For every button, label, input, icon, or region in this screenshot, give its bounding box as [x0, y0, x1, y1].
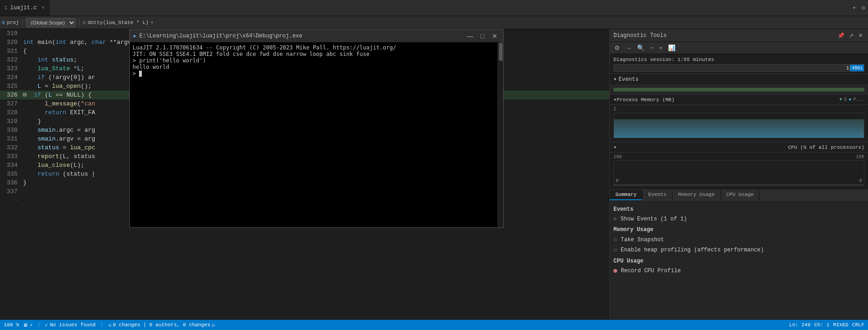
cpu-chart-area: 100 100 0 0	[610, 153, 868, 190]
terminal-scrollbar[interactable]	[498, 43, 503, 227]
diagnostic-tabs: Summary Events Memory Usage CPU Usage	[610, 190, 868, 201]
diag-zoom-out-btn[interactable]: −	[648, 44, 656, 51]
heap-profiling-icon: ⊡	[613, 246, 617, 254]
summary-memory-title: Memory Usage	[613, 226, 864, 233]
cpu-chevron-icon	[613, 144, 617, 150]
tab-dropdown-btn[interactable]: ▾	[850, 4, 859, 12]
tab-label: luajit.c	[10, 5, 37, 11]
file-breadcrumb: ⊞ proj	[2, 19, 19, 25]
terminal-maximize-btn[interactable]: □	[479, 33, 486, 39]
tab-close-btn[interactable]: ×	[42, 5, 45, 11]
terminal-controls: — □ ✕	[465, 33, 499, 39]
filter-s-icon: ▼	[839, 97, 842, 102]
process-memory-chart: 0	[613, 113, 864, 138]
cpu-min-left: 0	[616, 178, 619, 183]
cpu-bottom-labels: 0 0	[614, 178, 864, 183]
status-issues[interactable]: ✓ No issues found	[45, 322, 96, 328]
filter-p-label: P...	[853, 97, 864, 102]
summary-heap-profiling-row[interactable]: ⊡ Enable heap profiling (affects perform…	[613, 245, 864, 255]
file-dropdown-arrow[interactable]: ▾	[151, 19, 154, 25]
terminal-line: > print('hello world')	[133, 57, 495, 64]
show-events-arrow-icon: »	[613, 216, 617, 222]
status-ln: Ln: 249	[789, 322, 810, 328]
mem-max-label: 2	[613, 107, 616, 112]
process-memory-chart-area: 2 0	[610, 105, 868, 142]
snapshot-icon: ⊡	[613, 236, 617, 244]
ln-label: Ln: 249	[789, 322, 810, 328]
tab-luajit[interactable]: C luajit.c ×	[0, 0, 49, 16]
cpu-max-right: 100	[856, 154, 864, 159]
cpu-chart-labels: 100 100	[613, 154, 864, 159]
terminal-body[interactable]: LuaJIT 2.1.1707061634 -- Copyright (C) 2…	[130, 43, 498, 227]
terminal-line: LuaJIT 2.1.1707061634 -- Copyright (C) 2…	[133, 44, 495, 51]
file-path-label: dotty(lua_State * L)	[88, 20, 149, 25]
terminal-minimize-btn[interactable]: —	[465, 33, 475, 39]
session-label: Diagnostics session: 1:55 minutes	[613, 57, 714, 62]
events-chevron-icon	[613, 76, 617, 83]
terminal-close-btn[interactable]: ✕	[490, 33, 499, 39]
tab-summary[interactable]: Summary	[610, 190, 643, 200]
check-icon: ✓	[45, 322, 48, 328]
mem-chart-bottom: 0	[861, 132, 863, 137]
terminal-title: E:\Learning\luajit\luajit\proj\x64\Debug…	[140, 33, 462, 39]
diag-arrow-btn[interactable]: →	[624, 44, 633, 51]
summary-content: Events » Show Events (1 of 1) Memory Usa…	[610, 201, 868, 320]
diag-settings-btn[interactable]: ⚙	[613, 44, 622, 51]
events-bar	[610, 85, 868, 95]
tab-settings-btn[interactable]: ⚙	[859, 4, 868, 12]
main-content: 319 320 int main(int argc, char **argv) …	[0, 29, 868, 320]
diag-move-btn[interactable]: ↗	[848, 32, 855, 39]
toolbar-row: ⊞ proj (Global Scope) ⊡ dotty(lua_State …	[0, 16, 868, 29]
process-memory-filter[interactable]: ▼ S ● P...	[839, 97, 864, 102]
events-section-label: Events	[619, 76, 638, 83]
heap-profiling-label: Enable heap profiling (affects performan…	[621, 247, 764, 253]
take-snapshot-label: Take Snapshot	[621, 237, 664, 243]
encoding-label: MIXED	[833, 322, 849, 328]
cpu-section-label: CPU (% of all processors)	[788, 145, 864, 150]
diag-search-btn[interactable]: 🔍	[635, 44, 646, 51]
diag-chart-btn[interactable]: 📊	[666, 44, 677, 51]
status-changes[interactable]: ◁ 0 changes | 0 authors, 0 changes ▷	[108, 322, 215, 328]
summary-show-events-row[interactable]: » Show Events (1 of 1)	[613, 214, 864, 224]
summary-cpu-title: CPU Usage	[613, 258, 864, 264]
cpu-min-right: 0	[859, 178, 862, 183]
arrow-changes-right-icon: ▷	[212, 322, 215, 328]
file-icon: C	[5, 6, 7, 11]
changes-label: 0 changes | 0 authors, 0 changes	[113, 322, 210, 328]
editor-area: 319 320 int main(int argc, char **argv) …	[0, 29, 609, 320]
terminal-line: hello world	[133, 64, 495, 70]
process-memory-chevron-icon	[613, 97, 617, 103]
status-eol[interactable]: CRLF	[852, 322, 864, 328]
terminal-prompt: >	[133, 70, 495, 77]
tab-events[interactable]: Events	[643, 190, 673, 200]
diagnostic-toolbar: ⚙ → 🔍 − + 📊	[610, 42, 868, 54]
diagnostic-timeline[interactable]: 1:40mi	[613, 64, 864, 72]
status-zoom: 100 %	[4, 322, 19, 328]
timeline-time: 1:40mi	[846, 65, 863, 72]
filter-p-icon: ●	[849, 97, 851, 102]
diagnostic-title: Diagnostic Tools	[613, 32, 834, 39]
cpu-chart-fill	[614, 184, 864, 185]
monitor-icon: 🖥	[23, 322, 28, 328]
scope-dropdown[interactable]: (Global Scope)	[26, 18, 76, 27]
status-encoding[interactable]: MIXED	[833, 322, 849, 328]
diag-close-btn[interactable]: ✕	[857, 32, 864, 39]
process-memory-header: Process Memory (MB) ▼ S ● P...	[610, 95, 868, 105]
toolbar-sep-1	[22, 19, 23, 26]
events-section-header[interactable]: Events	[610, 74, 868, 85]
cpu-section-header: CPU (% of all processors)	[610, 142, 868, 153]
arrow-changes-icon: ◁	[108, 322, 111, 328]
diag-zoom-in-btn[interactable]: +	[657, 44, 665, 51]
tab-memory-usage[interactable]: Memory Usage	[673, 190, 721, 200]
diag-pin-btn[interactable]: 📌	[836, 32, 846, 39]
ch-label: Ch: 1	[814, 322, 830, 328]
mem-chart-fill	[614, 119, 864, 138]
summary-record-cpu-row[interactable]: Record CPU Profile	[613, 266, 864, 275]
process-memory-chart-labels: 2	[613, 107, 864, 112]
tab-cpu-usage[interactable]: CPU Usage	[721, 190, 759, 200]
record-cpu-icon	[613, 269, 617, 273]
summary-take-snapshot-row[interactable]: ⊡ Take Snapshot	[613, 235, 864, 245]
cpu-chart: 0 0	[613, 160, 864, 186]
cpu-max-left: 100	[613, 154, 622, 159]
project-icon: ⊞	[2, 19, 5, 25]
